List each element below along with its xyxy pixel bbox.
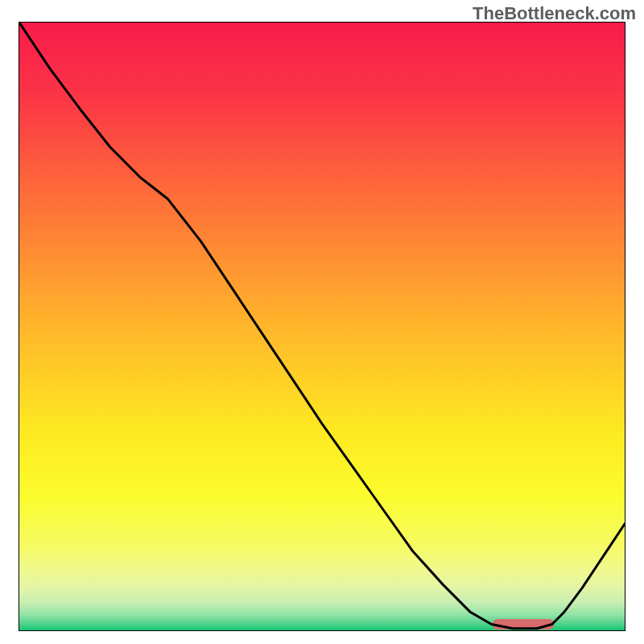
svg-rect-0: [19, 23, 625, 630]
gradient-background: [19, 23, 625, 630]
chart-container: TheBottleneck.com: [0, 0, 644, 644]
optimum-marker: [493, 619, 553, 630]
plot-area: [19, 22, 625, 631]
